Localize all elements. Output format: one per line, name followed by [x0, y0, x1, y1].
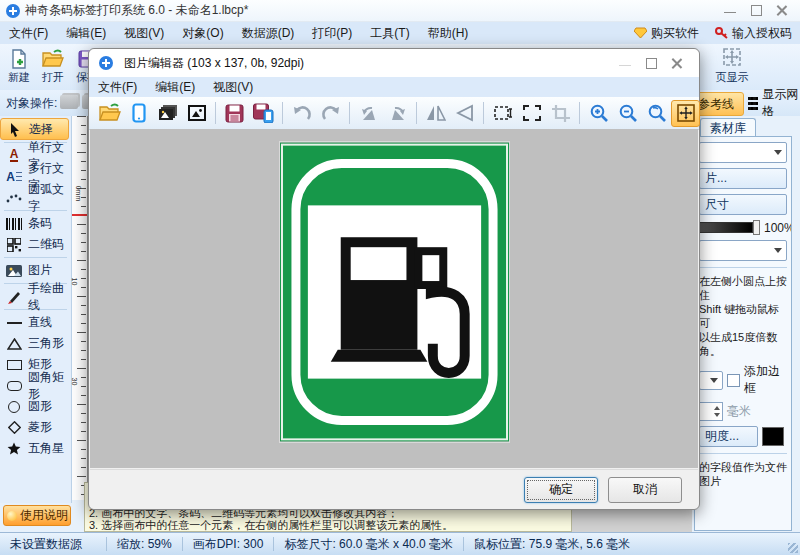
layer-op-icon [60, 95, 78, 109]
dialog-menu-view[interactable]: 视图(V) [204, 77, 262, 97]
menu-object[interactable]: 对象(O) [173, 22, 232, 44]
image-icon [5, 265, 23, 277]
save-image-button[interactable] [220, 100, 249, 127]
save-to-phone-icon [253, 103, 274, 123]
import-from-phone-button[interactable] [124, 100, 153, 127]
border-style-dropdown[interactable] [699, 371, 723, 390]
usage-help-tab[interactable]: 使用说明 [3, 505, 71, 526]
dialog-menu-file[interactable]: 文件(F) [89, 77, 146, 97]
resize-grip[interactable] [788, 543, 798, 553]
rounded-rectangle-icon [5, 381, 23, 391]
ruler-marker [72, 214, 87, 216]
dialog-titlebar: 图片编辑器 (103 x 137, 0b, 92dpi) [89, 49, 699, 77]
gallery-button[interactable] [153, 100, 182, 127]
redo-icon [321, 104, 341, 122]
rotation-dropdown[interactable] [699, 240, 787, 261]
app-window: 神奇条码标签打印系统 6.0 - 未命名1.lbcp* 文件(F) 编辑(E) … [0, 0, 800, 555]
color-swatch[interactable] [762, 427, 784, 446]
close-icon[interactable] [776, 5, 788, 16]
cursor-icon [6, 122, 24, 137]
tool-select[interactable]: 选择 [0, 118, 69, 140]
flip-vertical-icon [455, 104, 475, 122]
bulb-icon [7, 511, 17, 521]
add-border-checkbox[interactable] [727, 374, 740, 387]
app-icon [6, 4, 20, 18]
save-floppy-icon [225, 104, 244, 123]
zoom-out-button[interactable] [613, 100, 642, 127]
tool-qrcode[interactable]: 二维码 [0, 234, 71, 255]
tool-line[interactable]: 直线 [0, 312, 71, 333]
crop-button[interactable] [546, 100, 575, 127]
opacity-value: 100% [764, 221, 792, 235]
pen-icon [5, 290, 23, 304]
zoom-in-button[interactable] [584, 100, 613, 127]
buy-software-link[interactable]: 购买软件 [626, 25, 707, 42]
pick-image-button[interactable]: 片... [699, 168, 787, 189]
dialog-minimize-icon[interactable] [619, 58, 631, 69]
menu-file[interactable]: 文件(F) [0, 22, 57, 44]
zoom-in-icon [589, 103, 609, 123]
opacity-slider[interactable] [699, 222, 753, 233]
canvas-size-button[interactable] [517, 100, 546, 127]
tab-material-library[interactable]: 素材库 [700, 118, 756, 137]
minimize-icon[interactable] [724, 5, 736, 16]
menu-datasource[interactable]: 数据源(D) [233, 22, 304, 44]
menu-help[interactable]: 帮助(H) [419, 22, 478, 44]
flip-vertical-button[interactable] [450, 100, 479, 127]
dialog-maximize-icon[interactable] [645, 58, 657, 69]
screenshot-button[interactable] [182, 100, 211, 127]
ok-button[interactable]: 确定 [524, 477, 598, 503]
cancel-button[interactable]: 取消 [608, 477, 682, 503]
new-button[interactable]: 新建 [2, 47, 36, 87]
redo-button[interactable] [316, 100, 345, 127]
toolbar-separator [282, 102, 283, 124]
opacity-slider-row: 100% [699, 220, 787, 235]
resize-icon [493, 104, 513, 122]
slider-handle-icon[interactable] [753, 220, 760, 235]
image-editor-dialog: 图片编辑器 (103 x 137, 0b, 92dpi) 文件(F) 编辑(E)… [88, 48, 700, 510]
dialog-footer: 确定 取消 [90, 469, 698, 509]
tool-diamond[interactable]: 菱形 [0, 417, 71, 438]
main-menubar: 文件(F) 编辑(E) 视图(V) 对象(O) 数据源(D) 打印(P) 工具(… [0, 22, 800, 44]
original-size-button[interactable]: 尺寸 [699, 194, 787, 215]
image-size-button[interactable] [488, 100, 517, 127]
rotate-left-button[interactable] [354, 100, 383, 127]
tool-image[interactable]: 图片 [0, 260, 71, 281]
dialog-close-icon[interactable] [671, 58, 683, 69]
save-to-phone-button[interactable] [249, 100, 278, 127]
maximize-icon[interactable] [750, 5, 762, 16]
rotate-left-icon [359, 104, 379, 122]
menu-edit[interactable]: 编辑(E) [57, 22, 115, 44]
tool-freehand-curve[interactable]: 手绘曲线 [0, 286, 71, 307]
undo-button[interactable] [287, 100, 316, 127]
zoom-actual-button[interactable] [642, 100, 671, 127]
menu-tools[interactable]: 工具(T) [361, 22, 418, 44]
border-width-spinner[interactable] [699, 402, 723, 421]
dialog-menu-edit[interactable]: 编辑(E) [146, 77, 204, 97]
rectangle-icon [5, 360, 23, 370]
tool-star[interactable]: 五角星 [0, 438, 71, 459]
image-source-dropdown[interactable] [699, 142, 787, 163]
open-image-button[interactable] [95, 100, 124, 127]
grid-icon [748, 97, 758, 110]
toolbar-separator [483, 102, 484, 124]
tool-arc-text[interactable]: 圆弧文字 [0, 187, 71, 208]
menu-print[interactable]: 打印(P) [303, 22, 361, 44]
fit-window-button[interactable] [671, 100, 700, 127]
star-icon [5, 442, 23, 455]
page-display-button[interactable]: 页显示 [700, 46, 764, 88]
tool-triangle[interactable]: 三角形 [0, 333, 71, 354]
tool-barcode[interactable]: 条码 [0, 213, 71, 234]
editor-canvas[interactable] [90, 129, 698, 468]
show-grid-button[interactable]: 显示网格 [748, 92, 800, 114]
open-folder-icon [99, 103, 121, 123]
rotate-right-button[interactable] [383, 100, 412, 127]
enter-license-link[interactable]: 输入授权码 [707, 25, 800, 42]
mouse-position-status: 鼠标位置: 75.9 毫米, 5.6 毫米 [464, 536, 640, 553]
statusbar: 未设置数据源 缩放: 59% 画布DPI: 300 标签尺寸: 60.0 毫米 … [0, 532, 800, 555]
menu-view[interactable]: 视图(V) [115, 22, 173, 44]
flip-horizontal-button[interactable] [421, 100, 450, 127]
brightness-button[interactable]: 明度... [699, 426, 758, 447]
vertical-ruler: 0mm 10 30 [72, 116, 88, 500]
tool-rounded-rectangle[interactable]: 圆角矩形 [0, 375, 71, 396]
